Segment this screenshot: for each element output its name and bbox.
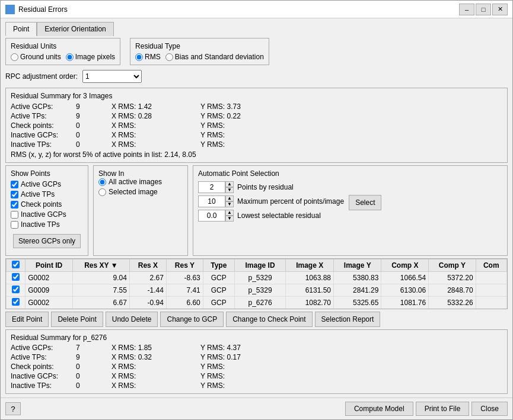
active-tps-checkbox[interactable]	[11, 191, 18, 198]
change-to-gcp-button[interactable]: Change to GCP	[160, 312, 224, 327]
help-button[interactable]: ?	[5, 402, 21, 415]
sum-xrms-0: X RMS: 1.42	[111, 102, 200, 111]
col-image-x[interactable]: Image X	[286, 259, 334, 272]
col-image-y[interactable]: Image Y	[334, 259, 381, 272]
sum-count-3: 0	[76, 131, 111, 139]
rms-label[interactable]: RMS	[135, 53, 161, 61]
stereo-gcps-button[interactable]: Stereo GCPs only	[13, 234, 81, 248]
sum-xrms-1: X RMS: 0.28	[111, 112, 200, 120]
fs-label-0: Active GCPs:	[11, 344, 76, 352]
inactive-tps-checkbox[interactable]	[11, 221, 18, 229]
all-active-radio[interactable]	[98, 178, 106, 186]
active-gcps-check-label[interactable]: Active GCPs	[11, 180, 83, 188]
inactive-tps-check-label[interactable]: Inactive TPs	[11, 220, 83, 229]
main-window: Residual Errors – □ ✕ Point Exterior Ori…	[0, 0, 513, 420]
col-image-id[interactable]: Image ID	[234, 259, 286, 272]
ground-units-label[interactable]: Ground units	[11, 53, 61, 61]
row-checkbox[interactable]	[12, 273, 20, 281]
fs-count-1: 9	[76, 353, 111, 361]
selected-image-label[interactable]: Selected image	[98, 188, 183, 196]
active-gcps-checkbox[interactable]	[11, 181, 18, 188]
rpc-select[interactable]: 1 2 3	[82, 70, 142, 83]
residual-type-box: Residual Type RMS Bias and Standard devi…	[130, 38, 269, 65]
auto-spin-up-0[interactable]: ▲	[225, 181, 234, 187]
select-button[interactable]: Select	[349, 195, 381, 210]
col-comp-y[interactable]: Comp Y	[429, 259, 476, 272]
sum-yrms-3: Y RMS:	[200, 131, 289, 139]
summary-box: Residual Summary for 3 Images Active GCP…	[5, 88, 508, 163]
image-pixels-radio[interactable]	[66, 53, 74, 61]
select-all-checkbox[interactable]	[12, 261, 20, 268]
row-checkbox[interactable]	[12, 298, 20, 306]
auto-spin-up-2[interactable]: ▲	[225, 210, 234, 216]
check-points-checkbox[interactable]	[11, 201, 18, 209]
col-point-id[interactable]: Point ID	[26, 259, 73, 272]
sum-label-3: Inactive GCPs:	[11, 131, 76, 139]
print-to-file-button[interactable]: Print to File	[416, 402, 470, 416]
summary-grid: Active GCPs: 9 X RMS: 1.42 Y RMS: 3.73 A…	[11, 102, 502, 149]
table-row[interactable]: G00029.042.67-8.63GCPp_53291063.885380.8…	[7, 272, 507, 284]
col-res-xy[interactable]: Res XY ▼	[72, 259, 129, 272]
auto-label-2: Lowest selectable residual	[237, 211, 321, 220]
rpc-row: RPC adjustment order: 1 2 3	[5, 70, 508, 83]
bias-label[interactable]: Bias and Standard deviation	[165, 53, 264, 61]
auto-spin-up-1[interactable]: ▲	[225, 195, 234, 201]
auto-input-2[interactable]	[198, 210, 225, 222]
col-check[interactable]	[7, 259, 26, 272]
col-type[interactable]: Type	[203, 259, 234, 272]
auto-label-1: Maximum percent of points/image	[237, 197, 344, 206]
selected-image-radio[interactable]	[98, 188, 106, 196]
tab-point[interactable]: Point	[5, 22, 37, 36]
ground-units-radio[interactable]	[11, 53, 18, 61]
inactive-gcps-check-label[interactable]: Inactive GCPs	[11, 210, 83, 219]
close-button[interactable]: Close	[471, 402, 508, 416]
table-row[interactable]: G00097.55-1.447.41GCPp_53296131.502841.2…	[7, 284, 507, 297]
sum-yrms-1: Y RMS: 0.22	[200, 112, 289, 120]
image-pixels-label[interactable]: Image pixels	[66, 53, 115, 61]
auto-input-1[interactable]	[198, 195, 225, 207]
close-window-button[interactable]: ✕	[492, 4, 508, 15]
selection-report-button[interactable]: Selection Report	[315, 312, 381, 327]
fs-yrms-4: Y RMS:	[200, 381, 289, 390]
table-row[interactable]: G00036.663.43-5.71GCPp_62765936.085212.8…	[7, 309, 507, 310]
maximize-button[interactable]: □	[476, 4, 491, 15]
sum-xrms-2: X RMS:	[111, 121, 200, 130]
sum-count-0: 9	[76, 102, 111, 111]
auto-row-0: ▲ ▼ Points by residual	[198, 181, 344, 193]
minimize-button[interactable]: –	[459, 4, 474, 15]
edit-point-button[interactable]: Edit Point	[5, 312, 49, 327]
undo-delete-button[interactable]: Undo Delete	[106, 312, 158, 327]
tab-exterior-orientation[interactable]: Exterior Orientation	[37, 22, 113, 36]
auto-spin-down-1[interactable]: ▼	[225, 201, 234, 207]
inactive-gcps-checkbox[interactable]	[11, 211, 18, 219]
fs-label-2: Check points:	[11, 363, 76, 371]
three-col-section: Show Points Active GCPs Active TPs Check…	[5, 165, 508, 256]
sum-label-0: Active GCPs:	[11, 102, 76, 111]
auto-spin-down-0[interactable]: ▼	[225, 187, 234, 193]
change-to-check-point-button[interactable]: Change to Check Point	[226, 312, 312, 327]
auto-spin-down-2[interactable]: ▼	[225, 216, 234, 222]
col-com[interactable]: Com	[476, 259, 506, 272]
delete-point-button[interactable]: Delete Point	[51, 312, 103, 327]
footer-summary: Residual Summary for p_6276 Active GCPs:…	[5, 329, 508, 394]
svg-rect-2	[7, 10, 9, 13]
compute-model-button[interactable]: Compute Model	[345, 402, 413, 416]
col-comp-x[interactable]: Comp X	[381, 259, 429, 272]
fs-xrms-1: X RMS: 0.32	[111, 353, 200, 361]
bias-radio[interactable]	[165, 53, 173, 61]
fs-xrms-3: X RMS:	[111, 372, 200, 380]
show-points-title: Show Points	[11, 169, 83, 178]
all-active-label[interactable]: All active images	[98, 178, 183, 186]
summary-title: Residual Summary for 3 Images	[11, 92, 502, 100]
fs-yrms-3: Y RMS:	[200, 372, 289, 380]
table-row[interactable]: G00026.67-0.946.60GCPp_62761082.705325.6…	[7, 297, 507, 309]
row-checkbox[interactable]	[12, 286, 20, 293]
residual-units-label: Residual Units	[11, 42, 56, 50]
rms-radio[interactable]	[135, 53, 143, 61]
check-points-check-label[interactable]: Check points	[11, 200, 83, 209]
auto-input-0[interactable]	[198, 181, 225, 193]
col-res-y[interactable]: Res Y	[166, 259, 203, 272]
data-table-container[interactable]: Point ID Res XY ▼ Res X Res Y Type Image…	[5, 258, 508, 309]
col-res-x[interactable]: Res X	[129, 259, 166, 272]
active-tps-check-label[interactable]: Active TPs	[11, 190, 83, 198]
